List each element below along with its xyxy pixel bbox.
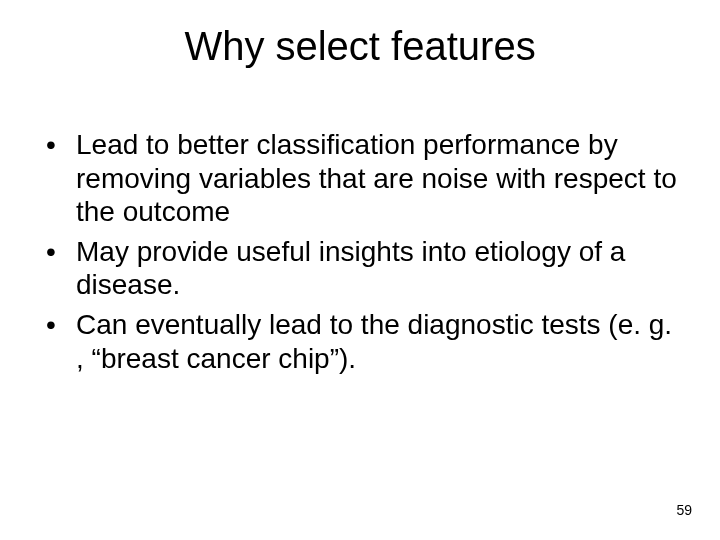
page-number: 59 — [676, 502, 692, 518]
bullet-item: Can eventually lead to the diagnostic te… — [40, 308, 680, 375]
bullet-list: Lead to better classification performanc… — [40, 128, 680, 375]
slide-title: Why select features — [0, 24, 720, 69]
bullet-item: Lead to better classification performanc… — [40, 128, 680, 229]
bullet-item: May provide useful insights into etiolog… — [40, 235, 680, 302]
slide: Why select features Lead to better class… — [0, 0, 720, 540]
slide-body: Lead to better classification performanc… — [40, 128, 680, 381]
